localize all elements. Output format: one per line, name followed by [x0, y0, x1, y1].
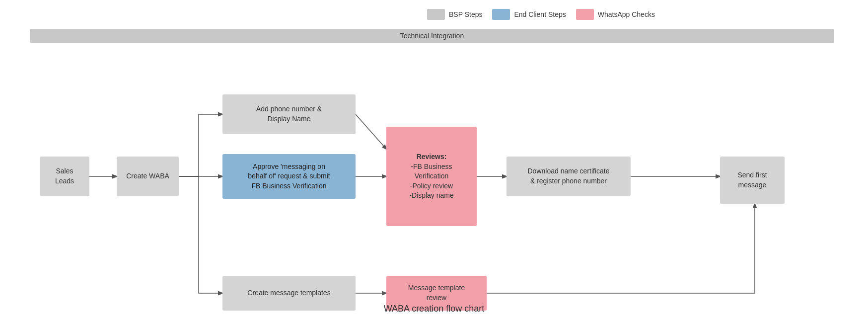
chart-title: WABA creation flow chart [0, 304, 868, 314]
box-reviews: Reviews:-FB BusinessVerification-Policy … [386, 127, 477, 226]
box-sales-leads-label: SalesLeads [55, 166, 74, 186]
box-create-waba-label: Create WABA [126, 171, 169, 181]
svg-line-2 [356, 114, 386, 149]
box-send-first: Send first message [720, 157, 785, 204]
box-sales-leads: SalesLeads [40, 157, 89, 196]
legend-bsp-label: BSP Steps [449, 10, 482, 18]
chart-title-label: WABA creation flow chart [384, 304, 484, 314]
legend: BSP Steps End Client Steps WhatsApp Chec… [427, 9, 655, 20]
main-container: BSP Steps End Client Steps WhatsApp Chec… [0, 0, 868, 323]
box-add-phone-label: Add phone number &Display Name [256, 104, 322, 124]
tech-bar: Technical Integration [30, 29, 834, 43]
box-template-review-label: Message templatereview [408, 283, 465, 303]
legend-whatsapp: WhatsApp Checks [576, 9, 655, 20]
box-download-label: Download name certificate& register phon… [528, 166, 610, 186]
box-create-waba: Create WABA [117, 157, 179, 196]
legend-client: End Client Steps [492, 9, 566, 20]
tech-bar-label: Technical Integration [400, 32, 464, 40]
box-approve-label: Approve 'messaging onbehalf of' request … [248, 162, 330, 191]
box-download: Download name certificate& register phon… [506, 157, 631, 196]
flowchart: SalesLeads Create WABA Add phone number … [30, 50, 844, 303]
box-send-first-label: Send first message [726, 170, 779, 190]
legend-box-gray [427, 9, 445, 20]
legend-box-blue [492, 9, 510, 20]
legend-box-pink [576, 9, 594, 20]
legend-bsp: BSP Steps [427, 9, 482, 20]
box-reviews-label: Reviews:-FB BusinessVerification-Policy … [409, 152, 453, 201]
legend-client-label: End Client Steps [514, 10, 566, 18]
box-approve: Approve 'messaging onbehalf of' request … [222, 154, 356, 199]
box-create-templates-label: Create message templates [247, 288, 330, 298]
legend-whatsapp-label: WhatsApp Checks [598, 10, 655, 18]
box-add-phone: Add phone number &Display Name [222, 94, 356, 134]
